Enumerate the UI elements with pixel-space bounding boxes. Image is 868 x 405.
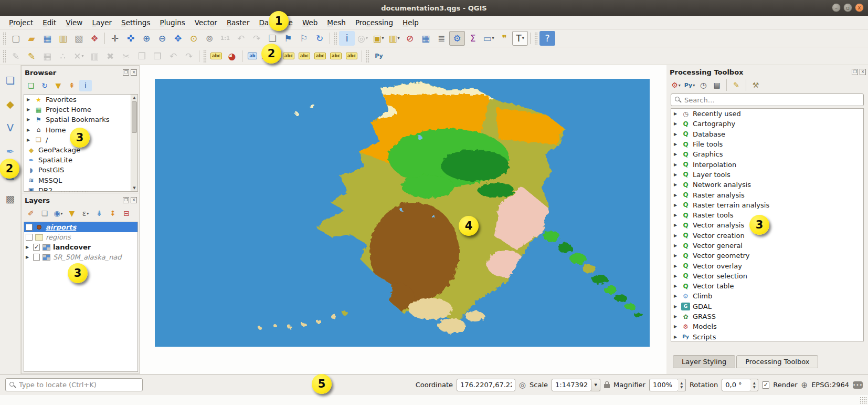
expander-icon[interactable]: ▶ (674, 335, 679, 339)
proc-file-tools[interactable]: ▶ Q File tools (671, 139, 863, 149)
expander-icon[interactable]: ▶ (674, 294, 679, 298)
dropdown-arrow-icon[interactable]: ▾ (61, 211, 63, 216)
move-label-icon[interactable]: abc (312, 49, 328, 64)
locate-input[interactable] (19, 381, 142, 389)
scale-value[interactable] (555, 381, 588, 389)
select-features-icon[interactable]: ▣▾ (371, 31, 386, 46)
new-print-layout-icon[interactable]: ▥ (55, 31, 71, 46)
style-manager-icon[interactable]: ❖ (87, 31, 102, 46)
toolbar-grip[interactable] (366, 50, 369, 63)
scale-combo[interactable] (552, 379, 591, 391)
expander-icon[interactable]: ▶ (674, 142, 679, 147)
help-icon[interactable]: ? (539, 31, 555, 46)
maximize-button[interactable]: ▫ (843, 3, 852, 12)
dropdown-arrow-icon[interactable]: ▾ (382, 36, 384, 40)
expander-icon[interactable]: ▶ (674, 314, 679, 319)
expander-icon[interactable]: ▶ (27, 138, 31, 142)
proc-layer-tools[interactable]: ▶ Q Layer tools (671, 170, 863, 180)
open-layer-styling-icon[interactable]: ✐ (25, 207, 37, 219)
models-menu-icon[interactable]: ⚙▾ (670, 79, 682, 91)
expander-icon[interactable]: ▶ (674, 324, 679, 329)
tab-layer-styling[interactable]: Layer Styling (673, 355, 735, 368)
proc-graphics[interactable]: ▶ Q Graphics (671, 149, 863, 159)
magnifier-input[interactable] (649, 379, 679, 391)
processing-search-box[interactable] (671, 94, 864, 106)
menu-vector[interactable]: Vector (190, 18, 222, 27)
zoom-to-layer-icon[interactable]: ⊚ (202, 31, 217, 46)
history-icon[interactable]: ◷ (697, 79, 710, 91)
proc-scripts[interactable]: ▶ Py Scripts (671, 332, 863, 341)
close-panel-icon[interactable]: × (860, 69, 866, 75)
dropdown-arrow-icon[interactable]: ▾ (82, 54, 84, 58)
proc-vector-creation[interactable]: ▶ Q Vector creation (671, 231, 863, 241)
change-label-icon[interactable]: abc (344, 49, 359, 64)
browser-item-favorites[interactable]: ▶ ★ Favorites (24, 95, 131, 105)
field-calculator-icon[interactable]: ≣ (433, 31, 449, 46)
locate-box[interactable] (5, 378, 143, 391)
toolbar-grip[interactable] (3, 50, 6, 63)
lock-scale-icon[interactable] (604, 384, 610, 388)
dropdown-arrow-icon[interactable]: ▾ (693, 83, 695, 88)
pan-to-selection-icon[interactable]: ✜ (123, 31, 139, 46)
show-unplaced-labels-icon[interactable]: abc (260, 49, 276, 64)
filter-expression-icon[interactable]: ε▾ (79, 207, 92, 219)
expander-icon[interactable]: ▶ (27, 128, 31, 132)
dropdown-arrow-icon[interactable]: ▾ (679, 83, 681, 88)
zoom-full-extent-icon[interactable]: ✥ (170, 31, 186, 46)
dropdown-arrow-icon[interactable]: ▾ (366, 36, 368, 40)
menu-processing[interactable]: Processing (351, 18, 398, 27)
rotation-stepper[interactable]: ▲▼ (750, 379, 758, 391)
rotation-value[interactable] (725, 381, 747, 389)
magnifier-stepper[interactable]: ▲▼ (678, 379, 686, 391)
python-console-icon[interactable]: Py (371, 49, 387, 64)
browser-item-home[interactable]: ▶ ⌂ Home (24, 125, 131, 135)
map-tips-icon[interactable]: ❞ (496, 31, 512, 46)
expander-icon[interactable]: ▶ (674, 213, 679, 217)
rotate-label-icon[interactable]: abc (328, 49, 344, 64)
dropdown-arrow-icon[interactable]: ▾ (522, 36, 524, 40)
processing-toolbox-icon[interactable]: ⚙ (449, 31, 465, 46)
show-spatial-bookmarks-icon[interactable]: ⚐ (296, 31, 312, 46)
deselect-features-icon[interactable]: ⊘ (402, 31, 418, 46)
pin-unpin-labels-icon[interactable]: abc (281, 49, 297, 64)
proc-database[interactable]: ▶ Q Database (671, 129, 863, 139)
edit-features-inplace-icon[interactable]: ✎ (730, 79, 743, 91)
proc-grass[interactable]: ▶ ✿ GRASS (671, 311, 863, 321)
tab-processing-toolbox[interactable]: Processing Toolbox (736, 355, 818, 368)
layer-visibility-checkbox[interactable] (33, 244, 40, 251)
expander-icon[interactable]: ▶ (674, 193, 679, 198)
menu-help[interactable]: Help (398, 18, 424, 27)
resize-grip[interactable] (860, 397, 867, 404)
expand-all-icon[interactable]: ⇟ (93, 207, 105, 219)
collapse-all-layers-icon[interactable]: ⇞ (107, 207, 119, 219)
expander-icon[interactable]: ▶ (674, 111, 679, 116)
scroll-up-icon[interactable]: ▲ (131, 95, 137, 101)
rotation-input[interactable] (722, 379, 751, 391)
expander-icon[interactable]: ▶ (26, 255, 30, 259)
close-panel-icon[interactable]: × (131, 69, 137, 76)
toolbar-grip[interactable] (203, 50, 207, 63)
new-virtual-layer-icon[interactable]: ▦ (3, 167, 18, 183)
menu-layer[interactable]: Layer (87, 18, 117, 27)
menu-plugins[interactable]: Plugins (155, 18, 189, 27)
expander-icon[interactable]: ▶ (27, 97, 31, 102)
processing-options-icon[interactable]: ⚒ (749, 79, 762, 91)
proc-recently-used[interactable]: ▶ ◷ Recently used (671, 109, 863, 119)
proc-cartography[interactable]: ▶ Q Cartography (671, 119, 863, 129)
zoom-in-icon[interactable]: ⊕ (139, 31, 154, 46)
statistical-summary-icon[interactable]: Σ (465, 31, 481, 46)
toggle-extents-icon[interactable]: ◎ (519, 380, 526, 390)
toolbar-grip[interactable] (534, 32, 538, 45)
coordinate-value[interactable] (460, 381, 512, 389)
browser-item-mssql[interactable]: ≋ MSSQL (24, 175, 131, 185)
layer-visibility-checkbox[interactable] (26, 234, 33, 241)
refresh-browser-icon[interactable]: ↻ (38, 80, 51, 91)
expander-icon[interactable]: ▶ (674, 274, 679, 278)
proc-gdal[interactable]: ▶ G GDAL (671, 302, 863, 311)
python-scripts-menu-icon[interactable]: Py▾ (683, 79, 696, 91)
titlebar[interactable]: documentation3.qgs - QGIS – ▫ x (0, 0, 868, 16)
close-button[interactable]: x (855, 3, 864, 12)
browser-item-spatialite[interactable]: ✒ SpatiaLite (24, 155, 131, 165)
browser-item-geopackage[interactable]: ◆ GeoPackage (24, 145, 131, 155)
text-annotation-icon[interactable]: T▾ (512, 31, 528, 46)
